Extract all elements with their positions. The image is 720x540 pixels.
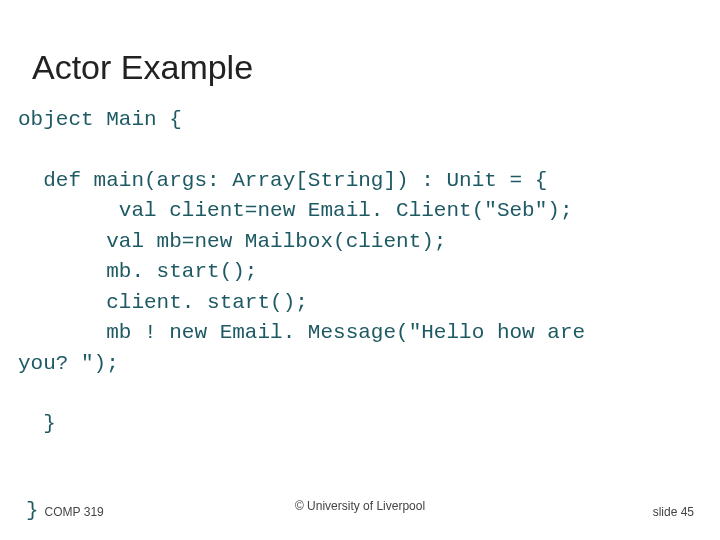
slide: Actor Example object Main { def main(arg…: [0, 0, 720, 540]
code-block: object Main { def main(args: Array[Strin…: [0, 105, 720, 440]
footer: } COMP 319 © University of Liverpool sli…: [0, 499, 720, 522]
code-line: object Main {: [18, 108, 182, 131]
closing-brace: }: [26, 499, 39, 522]
code-line: mb ! new Email. Message("Hello how are: [18, 321, 585, 344]
slide-number: slide 45: [653, 505, 694, 519]
code-line: client. start();: [18, 291, 308, 314]
code-line: val mb=new Mailbox(client);: [18, 230, 446, 253]
code-line: val client=new Email. Client("Seb");: [18, 199, 573, 222]
slide-title: Actor Example: [0, 0, 720, 105]
course-code: COMP 319: [45, 505, 104, 519]
code-line: mb. start();: [18, 260, 257, 283]
code-line: }: [18, 412, 56, 435]
copyright: © University of Liverpool: [295, 499, 425, 513]
footer-left: } COMP 319: [26, 499, 104, 522]
code-line: you? ");: [18, 352, 119, 375]
code-line: def main(args: Array[String]) : Unit = {: [18, 169, 547, 192]
